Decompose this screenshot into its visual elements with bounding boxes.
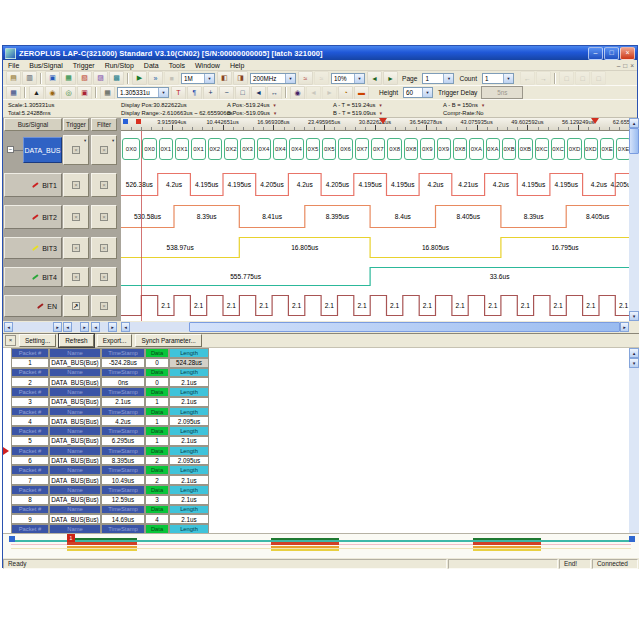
- dont-care-checkbox-icon[interactable]: ×: [72, 146, 80, 154]
- dont-care-checkbox-icon[interactable]: ×: [72, 273, 80, 281]
- packet-row[interactable]: 3DATA_BUS(Bus)2.1us12.1us: [11, 397, 211, 407]
- dont-care-checkbox-icon[interactable]: ×: [72, 244, 80, 252]
- zoom-in-icon[interactable]: +: [203, 86, 218, 100]
- next-page-icon[interactable]: ►: [383, 71, 398, 85]
- memory-page-down-icon[interactable]: ◨: [233, 71, 248, 85]
- sample-rate-combo[interactable]: 200MHz▼: [250, 73, 296, 84]
- time-ruler[interactable]: 3.915994us10.442651us16.969308us23.49596…: [121, 118, 629, 131]
- trigger-cell-bit1[interactable]: ×: [63, 173, 89, 197]
- menu-trigger[interactable]: Trigger: [68, 62, 100, 69]
- mdi-restore-icon[interactable]: □: [623, 62, 627, 69]
- hscroll-thumb[interactable]: [189, 322, 620, 332]
- bookmark-icon[interactable]: ¶: [187, 86, 202, 100]
- data-overview-bar[interactable]: 1: [3, 533, 639, 557]
- cell-dropdown-icon[interactable]: ▼: [111, 139, 115, 143]
- trigger-cell-bit2[interactable]: ×: [63, 205, 89, 229]
- a-t-dropdown-icon[interactable]: ▼: [379, 103, 383, 108]
- signal-row-bit1[interactable]: BIT1: [4, 173, 62, 197]
- dont-care-checkbox-icon[interactable]: ×: [100, 146, 108, 154]
- capture-image-icon[interactable]: ▣: [77, 86, 92, 100]
- trigger-cell-bit4[interactable]: ×: [63, 267, 89, 287]
- signal-row-data_bus[interactable]: DATA_BUS: [23, 137, 62, 163]
- bus-signal-setup-icon[interactable]: ▣: [45, 71, 60, 85]
- scroll-left-icon[interactable]: ◄: [63, 322, 72, 332]
- edge-trigger-icon[interactable]: ↗: [72, 302, 80, 310]
- scroll-up-icon[interactable]: ▲: [629, 118, 639, 128]
- marker-b-icon[interactable]: □: [575, 71, 590, 85]
- memory-depth-combo[interactable]: 1M▼: [181, 73, 215, 84]
- signal-row-bit3[interactable]: BIT3: [4, 237, 62, 259]
- a-b-dropdown-icon[interactable]: ▼: [481, 103, 485, 108]
- hand-tool-icon[interactable]: ◉: [45, 86, 60, 100]
- scroll-right-icon[interactable]: ►: [108, 322, 117, 332]
- scroll-up-icon[interactable]: ▲: [629, 348, 639, 358]
- tree-collapse-toggle[interactable]: −: [7, 146, 14, 153]
- export-button[interactable]: Export...: [97, 334, 133, 347]
- dont-care-checkbox-icon[interactable]: ×: [100, 244, 108, 252]
- a-pos-dropdown-icon[interactable]: ▼: [273, 103, 277, 108]
- refresh-button[interactable]: Refresh: [59, 334, 93, 347]
- scroll-left-icon[interactable]: ◄: [121, 322, 130, 332]
- marker-a-icon[interactable]: □: [559, 71, 574, 85]
- dont-care-checkbox-icon[interactable]: ×: [72, 181, 80, 189]
- scroll-left-icon[interactable]: ◄: [91, 322, 100, 332]
- synch-parameter-button[interactable]: Synch Parameter...: [135, 334, 201, 347]
- combo-arrow-icon[interactable]: ▼: [354, 74, 364, 83]
- dont-care-checkbox-icon[interactable]: ×: [100, 302, 108, 310]
- combo-arrow-icon[interactable]: ▼: [422, 88, 432, 97]
- overview-right-marker[interactable]: [629, 536, 635, 542]
- b-t-dropdown-icon[interactable]: ▼: [379, 111, 383, 116]
- packet-row[interactable]: 8DATA_BUS(Bus)12.59us32.1us: [11, 495, 211, 505]
- zoom-prev-icon[interactable]: ◄: [251, 86, 266, 100]
- trigger-cell-en[interactable]: ↗: [63, 295, 89, 317]
- prev-page-icon[interactable]: ◄: [367, 71, 382, 85]
- filter-column-header[interactable]: Filter: [91, 118, 117, 131]
- marker-c-icon[interactable]: □: [591, 71, 606, 85]
- combo-arrow-icon[interactable]: ▼: [503, 74, 513, 83]
- cursor-marker-icon[interactable]: [591, 118, 599, 124]
- setting-button[interactable]: Setting...: [19, 334, 56, 347]
- sampling-setup-icon[interactable]: ▦: [61, 71, 76, 85]
- packet-row[interactable]: 2DATA_BUS(Bus)0ns02.1us: [11, 377, 211, 387]
- dont-care-checkbox-icon[interactable]: ×: [100, 273, 108, 281]
- menu-help[interactable]: Help: [225, 62, 249, 69]
- dont-care-checkbox-icon[interactable]: ×: [72, 213, 80, 221]
- bus-signal-column-header[interactable]: Bus/Signal: [4, 118, 62, 131]
- height-combo[interactable]: 60▼: [403, 87, 433, 98]
- module-setup-icon[interactable]: ▩: [109, 71, 124, 85]
- combo-arrow-icon[interactable]: ▼: [285, 74, 295, 83]
- signal-row-en[interactable]: EN: [4, 295, 62, 317]
- stop-icon[interactable]: ■: [164, 71, 179, 85]
- scroll-down-icon[interactable]: ▼: [629, 311, 639, 321]
- filter-cell-bit1[interactable]: ×: [91, 173, 117, 197]
- menu-runstop[interactable]: Run/Stop: [100, 62, 139, 69]
- run-icon[interactable]: ▶: [132, 71, 147, 85]
- stack-setup-icon[interactable]: ▨: [93, 71, 108, 85]
- packet-row[interactable]: 6DATA_BUS(Bus)8.395us22.095us: [11, 456, 211, 466]
- select-cursor-icon[interactable]: ▲: [29, 86, 44, 100]
- menu-data[interactable]: Data: [139, 62, 164, 69]
- menu-file[interactable]: File: [3, 62, 24, 69]
- restore-button[interactable]: □: [604, 47, 619, 60]
- title-bar[interactable]: ZEROPLUS LAP-C(321000) Standard V3.10(CN…: [3, 46, 637, 60]
- filter-cell-bit2[interactable]: ×: [91, 205, 117, 229]
- b-pos-dropdown-icon[interactable]: ▼: [273, 111, 277, 116]
- minimize-button[interactable]: –: [588, 47, 603, 60]
- trigger-column-header[interactable]: Trigger: [63, 118, 89, 131]
- overview-page-marker[interactable]: 1: [67, 534, 75, 542]
- signal-row-bit2[interactable]: BIT2: [4, 205, 62, 229]
- vscroll-thumb[interactable]: [629, 128, 639, 154]
- marker-a-indicator[interactable]: [123, 119, 128, 124]
- undo-icon[interactable]: ←: [520, 71, 535, 85]
- open-file-icon[interactable]: ▤: [6, 71, 21, 85]
- find-icon[interactable]: ◉: [290, 86, 305, 100]
- zoom-fit-icon[interactable]: □: [235, 86, 250, 100]
- trigger-level-combo[interactable]: 10%▼: [331, 73, 365, 84]
- grid-size-icon[interactable]: ▦: [100, 86, 115, 100]
- display-pos-marker-icon[interactable]: [379, 118, 387, 124]
- menu-tools[interactable]: Tools: [164, 62, 190, 69]
- filter-cell-bit4[interactable]: ×: [91, 267, 117, 287]
- find-next-icon[interactable]: ►: [322, 86, 337, 100]
- mdi-close-icon[interactable]: ×: [630, 62, 634, 69]
- trigger-cell-bit3[interactable]: ×: [63, 237, 89, 259]
